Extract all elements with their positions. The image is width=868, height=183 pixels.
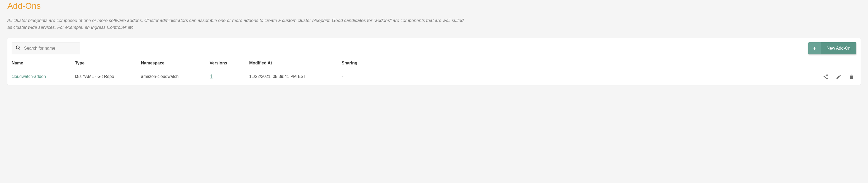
addon-type: k8s YAML - Git Repo (75, 74, 141, 79)
new-addon-button-label: New Add-On (821, 42, 857, 54)
page-title: Add-Ons (7, 0, 861, 11)
page-description: All cluster blueprints are composed of o… (7, 17, 467, 31)
column-header-namespace: Namespace (141, 61, 210, 65)
svg-point-2 (826, 74, 828, 75)
addons-table: Name Type Namespace Versions Modified At… (7, 58, 861, 85)
addon-versions: 1 (210, 73, 213, 80)
column-header-name: Name (11, 61, 75, 65)
svg-point-4 (826, 78, 828, 79)
search-icon (16, 45, 24, 52)
svg-line-1 (19, 49, 20, 50)
edit-icon[interactable] (836, 74, 841, 80)
column-header-type: Type (75, 61, 141, 65)
plus-icon: + (808, 42, 821, 54)
column-header-sharing: Sharing (342, 61, 811, 65)
column-header-modified: Modified At (249, 61, 342, 65)
toolbar: + New Add-On (7, 38, 861, 58)
table-row: cloudwatch-addon k8s YAML - Git Repo ama… (7, 69, 861, 85)
addon-modified-at: 11/22/2021, 05:39:41 PM EST (249, 74, 342, 79)
table-header: Name Type Namespace Versions Modified At… (7, 58, 861, 69)
addon-namespace: amazon-cloudwatch (141, 74, 210, 79)
svg-point-3 (824, 76, 825, 77)
new-addon-button[interactable]: + New Add-On (808, 42, 857, 54)
search-box[interactable] (11, 42, 80, 54)
delete-icon[interactable] (849, 74, 854, 80)
svg-point-0 (17, 46, 20, 49)
share-icon[interactable] (823, 74, 828, 80)
column-header-versions: Versions (210, 61, 249, 65)
addons-card: + New Add-On Name Type Namespace Version… (7, 38, 861, 85)
addon-name-link[interactable]: cloudwatch-addon (11, 74, 46, 79)
search-input[interactable] (24, 46, 76, 51)
addon-sharing: - (342, 74, 811, 79)
